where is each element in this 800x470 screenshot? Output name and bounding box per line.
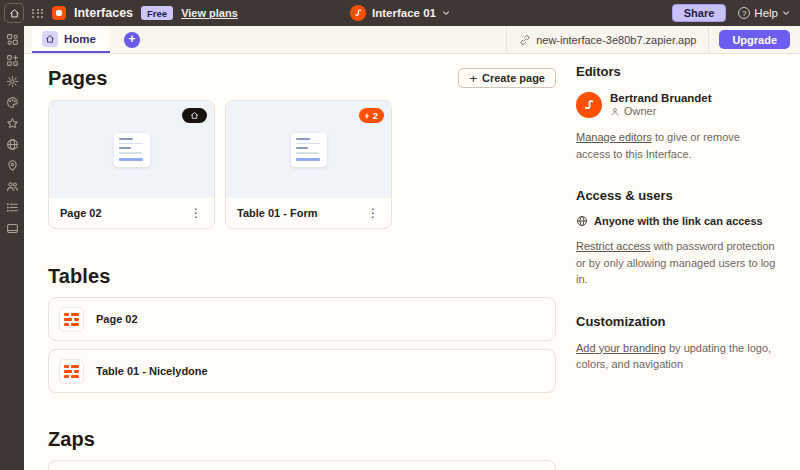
document-thumbnail [114,133,150,167]
tables-app-icon [59,307,84,332]
plan-badge: Free [141,6,173,20]
tabbar: Home + new-interface-3e80b7.zapier.app U… [24,26,800,54]
help-icon: ? [738,7,750,19]
app-domain-link[interactable]: new-interface-3e80b7.zapier.app [506,26,709,53]
person-icon [610,107,620,117]
widgets-icon[interactable] [4,33,20,46]
avatar [576,92,602,118]
plus-icon: + [469,73,477,84]
add-page-tab-button[interactable]: + [124,32,140,48]
access-status: Anyone with the link can access [576,215,776,227]
interface-name: Interface 01 [372,7,436,19]
table-row[interactable]: Table 01 - Nicelydone [48,349,556,393]
content: Pages + Create page [24,54,800,470]
restrict-access-link[interactable]: Restrict access [576,240,651,252]
page-card-menu-button[interactable]: ⋮ [186,206,206,220]
topbar-right: Share ? Help [672,4,790,22]
tables-heading: Tables [48,262,556,290]
back-home-button[interactable] [4,3,24,23]
location-pin-icon[interactable] [4,159,20,172]
table-row-title: Table 01 - Nicelydone [96,365,208,377]
home-icon [9,8,20,19]
create-page-label: Create page [482,72,545,84]
zaps-heading: Zaps [48,425,556,453]
home-icon [190,111,199,120]
app-domain: new-interface-3e80b7.zapier.app [536,34,696,46]
create-page-button[interactable]: + Create page [458,68,556,88]
add-branding-link[interactable]: Add your branding [576,342,666,354]
share-button[interactable]: Share [672,4,727,22]
page-card-title: Table 01 - Form [237,207,317,219]
access-help-text: Restrict access with password protection… [576,238,776,288]
customization-help-text: Add your branding by updating the logo, … [576,340,776,373]
access-heading: Access & users [576,188,776,203]
page-preview: 2 [226,101,391,198]
zapier-logo-icon [350,5,366,21]
add-block-icon[interactable] [4,54,20,67]
page-card-menu-button[interactable]: ⋮ [363,206,383,220]
domains-globe-icon[interactable] [4,138,20,151]
link-icon [519,34,531,46]
apps-grid-icon[interactable] [32,9,44,18]
help-menu[interactable]: ? Help [738,7,790,19]
tables-app-icon [59,359,84,384]
page-cards: Page 02 ⋮ 2 [48,100,556,229]
footer-panel-icon[interactable] [4,222,20,235]
topbar-left: Interfaces Free View plans [4,3,238,23]
interfaces-logo-icon [52,6,66,20]
table-row[interactable]: Page 02 [48,297,556,341]
page-card[interactable]: Page 02 ⋮ [48,100,215,229]
editor-item: Bertrand Bruandet Owner [576,91,776,118]
main-column: Pages + Create page [48,64,556,470]
product-name: Interfaces [74,6,133,20]
customization-heading: Customization [576,314,776,329]
users-icon[interactable] [4,180,20,193]
page-card[interactable]: 2 Table 01 - Form ⋮ [225,100,392,229]
zap-count: 2 [373,110,378,121]
home-page-badge [182,108,207,123]
view-plans-link[interactable]: View plans [181,7,238,19]
chevron-down-icon [442,9,450,17]
topbar: Interfaces Free View plans Interface 01 … [0,0,800,26]
editors-help-text: Manage editors to give or remove access … [576,129,776,162]
manage-editors-link[interactable]: Manage editors [576,131,652,143]
interface-switcher[interactable]: Interface 01 [350,5,450,21]
left-sidebar [0,26,24,470]
chevron-down-icon [782,9,790,17]
page-preview [49,101,214,198]
table-row-title: Page 02 [96,313,138,325]
home-tab-icon [42,31,58,47]
globe-icon [576,215,588,227]
page-card-title: Page 02 [60,207,102,219]
theme-palette-icon[interactable] [4,96,20,109]
editors-heading: Editors [576,64,776,79]
settings-gear-icon[interactable] [4,75,20,88]
editor-name: Bertrand Bruandet [610,91,712,105]
home-tab-label: Home [64,33,96,45]
favorites-star-icon[interactable] [4,117,20,130]
lightning-icon [363,112,371,120]
zap-count-badge: 2 [359,108,384,123]
upgrade-button[interactable]: Upgrade [719,30,790,49]
right-panel: Editors Bertrand Bruandet Owner Manage e… [576,64,776,470]
tab-home[interactable]: Home [32,26,110,53]
pages-heading: Pages [48,64,107,92]
list-icon[interactable] [4,201,20,214]
document-thumbnail [291,133,327,167]
editor-role: Owner [610,105,712,118]
zap-row[interactable] [48,460,556,470]
tabbar-right: new-interface-3e80b7.zapier.app Upgrade [506,26,800,53]
help-label: Help [754,7,778,19]
